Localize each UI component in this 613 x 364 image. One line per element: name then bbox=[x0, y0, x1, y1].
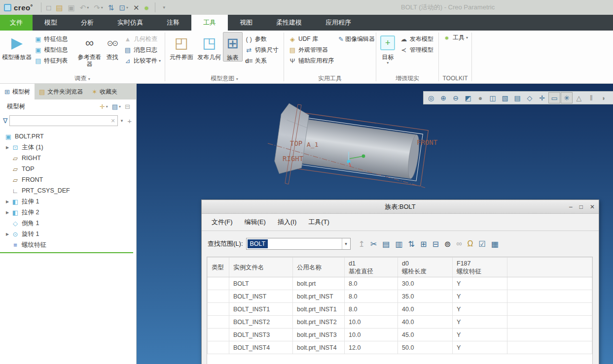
expander-icon[interactable]: ▶ bbox=[4, 199, 11, 204]
table-row-bolt-inst[interactable]: BOLT_INST bolt.prt_INST 8.0 35.0 Y bbox=[208, 290, 592, 303]
clip-button[interactable]: ◗ bbox=[598, 92, 610, 103]
udf-library-button[interactable]: ◈UDF 库 bbox=[286, 33, 336, 44]
group-label-investigate[interactable]: 调查 ▾ bbox=[0, 74, 165, 83]
new-file-button[interactable]: □ bbox=[44, 1, 53, 13]
annotation-display-button[interactable]: ▭ bbox=[548, 92, 560, 103]
preview-instance-button[interactable]: ∞ bbox=[456, 239, 462, 248]
tab-favorites[interactable]: ✶收藏夹 bbox=[87, 84, 122, 99]
undo-dropdown-icon[interactable]: ▾ bbox=[87, 5, 89, 10]
tree-item-right[interactable]: ▱RIGHT bbox=[0, 153, 136, 164]
windows-button[interactable]: ⊡▾ bbox=[117, 1, 130, 13]
publish-model-button[interactable]: ☁发布模型 bbox=[397, 33, 436, 44]
cell-instance-name[interactable]: BOLT_INST1 bbox=[229, 303, 293, 316]
tab-live-simulation[interactable]: 实时仿真 bbox=[106, 15, 155, 31]
cell-d0[interactable]: 45.0 bbox=[398, 329, 453, 341]
tree-item-thread-feature[interactable]: ≡螺纹特征 bbox=[0, 239, 136, 250]
tab-applications[interactable]: 应用程序 bbox=[314, 15, 363, 31]
open-generic-button[interactable]: ↥ bbox=[359, 239, 365, 249]
cell-instance-name[interactable]: BOLT_INST bbox=[229, 290, 293, 303]
parameters-button[interactable]: ( )参数 bbox=[243, 33, 282, 44]
feature-info-button[interactable]: ▣特征信息 bbox=[32, 33, 76, 44]
tree-item-chamfer-1[interactable]: ◇倒角 1 bbox=[0, 218, 136, 229]
simulate-button[interactable]: △ bbox=[573, 92, 585, 103]
tree-display-dropdown-icon[interactable]: ▾ bbox=[119, 104, 121, 109]
compare-parts-dropdown-icon[interactable]: ▾ bbox=[159, 59, 161, 63]
windows-dropdown-icon[interactable]: ▾ bbox=[126, 5, 128, 10]
cell-common-name[interactable]: bolt.prt_INST bbox=[293, 290, 345, 303]
tree-settings-button[interactable]: ✛▾ bbox=[98, 103, 110, 110]
cell-type[interactable] bbox=[208, 316, 229, 329]
dialog-maximize-button[interactable]: □ bbox=[579, 203, 583, 210]
pause-button[interactable]: ‖ bbox=[585, 92, 597, 103]
appearance-manager-button[interactable]: ▤外观管理器 bbox=[286, 44, 336, 55]
find-range-combo[interactable]: BOLT ▾ bbox=[246, 238, 351, 250]
spin-center-button[interactable]: ✳ bbox=[561, 92, 573, 103]
perspective-view-button[interactable]: ◇ bbox=[524, 92, 536, 103]
view-images-button[interactable]: ▤ bbox=[511, 92, 523, 103]
shading-style-button[interactable]: ● bbox=[474, 92, 486, 103]
cell-common-name[interactable]: bolt.prt_INST4 bbox=[293, 341, 345, 354]
model-info-button[interactable]: ▣模型信息 bbox=[32, 44, 76, 55]
tree-show-button[interactable]: ⊟ bbox=[123, 103, 132, 110]
tree-item-extrude-2[interactable]: ▶◧拉伸 2 bbox=[0, 207, 136, 218]
cut-button[interactable]: ✂ bbox=[370, 239, 377, 249]
filter-clear-icon[interactable]: ✕ bbox=[108, 118, 117, 124]
menu-edit[interactable]: 编辑(E) bbox=[239, 218, 272, 227]
auxiliary-applications-button[interactable]: Ψ辅助应用程序 bbox=[286, 55, 336, 66]
filter-dropdown-icon[interactable]: ▾ bbox=[120, 118, 124, 123]
repaint-button[interactable]: ◩ bbox=[462, 92, 474, 103]
compare-parts-button[interactable]: ⊿比较零件▾ bbox=[121, 55, 163, 66]
tab-tools[interactable]: 工具 bbox=[191, 15, 228, 31]
tree-settings-dropdown-icon[interactable]: ▾ bbox=[106, 104, 108, 109]
cell-type[interactable] bbox=[208, 341, 229, 354]
header-d1-diameter[interactable]: d1基准直径 bbox=[345, 258, 398, 277]
redo-button[interactable]: ↷▾ bbox=[92, 1, 105, 13]
cell-common-name[interactable]: bolt.prt_INST2 bbox=[293, 316, 345, 329]
target-button[interactable]: + 目标 ▾ bbox=[378, 32, 397, 65]
target-dropdown-icon[interactable]: ▾ bbox=[387, 61, 389, 65]
cell-d1[interactable]: 8.0 bbox=[345, 290, 398, 303]
header-type[interactable]: 类型 bbox=[208, 258, 229, 277]
table-row-bolt[interactable]: BOLT bolt.prt 8.0 30.0 Y bbox=[208, 277, 592, 290]
cell-common-name[interactable]: bolt.prt bbox=[293, 277, 345, 290]
cell-f187[interactable]: Y bbox=[453, 277, 507, 290]
front-datum-label[interactable]: FRONT bbox=[417, 138, 438, 146]
switch-dimensions-button[interactable]: ⇄切换尺寸 bbox=[243, 44, 282, 55]
expander-icon[interactable]: ▶ bbox=[4, 210, 11, 215]
header-d0-length[interactable]: d0螺栓长度 bbox=[398, 258, 453, 277]
refit-button[interactable]: ◎ bbox=[425, 92, 437, 103]
undo-button[interactable]: ↶▾ bbox=[78, 1, 91, 13]
table-row-bolt-inst4[interactable]: BOLT_INST4 bolt.prt_INST4 12.0 50.0 Y bbox=[208, 341, 592, 354]
header-common-name[interactable]: 公用名称 bbox=[293, 258, 345, 277]
cell-d1[interactable]: 10.0 bbox=[345, 316, 398, 329]
open-button[interactable]: ▤ bbox=[54, 1, 65, 13]
menu-insert[interactable]: 插入(I) bbox=[272, 218, 302, 227]
tree-filter-input[interactable] bbox=[10, 116, 108, 125]
cell-f187[interactable]: Y bbox=[453, 316, 507, 329]
cell-f187[interactable]: Y bbox=[453, 303, 507, 316]
cell-d0[interactable]: 40.0 bbox=[398, 316, 453, 329]
cell-common-name[interactable]: bolt.prt_INST1 bbox=[293, 303, 345, 316]
zoom-in-button[interactable]: ⊕ bbox=[437, 92, 449, 103]
feature-list-button[interactable]: ▤特征列表 bbox=[32, 55, 76, 66]
lock-instance-button[interactable]: Ω bbox=[468, 239, 473, 248]
relations-button[interactable]: d=关系 bbox=[243, 55, 282, 66]
tree-insert-indicator[interactable] bbox=[0, 252, 133, 253]
table-row-bolt-inst2[interactable]: BOLT_INST2 bolt.prt_INST2 10.0 40.0 Y bbox=[208, 316, 592, 329]
verify-instances-button[interactable]: ☑ bbox=[479, 239, 486, 249]
tab-view[interactable]: 视图 bbox=[228, 15, 264, 31]
tree-item-top[interactable]: ▱TOP bbox=[0, 164, 136, 174]
copy-increments-button[interactable]: ⊟ bbox=[432, 239, 438, 249]
customize-qat-button[interactable]: ▼ bbox=[159, 1, 168, 13]
tree-item-bolt-prt[interactable]: ▣BOLT.PRT bbox=[0, 131, 136, 142]
publish-geometry-button[interactable]: ◳ 发布几何 bbox=[196, 32, 223, 61]
save-button[interactable]: ▣ bbox=[66, 1, 76, 13]
model-player-button[interactable]: ▶ 模型播放器 bbox=[2, 32, 32, 61]
group-label-toolkit[interactable]: TOOLKIT bbox=[439, 74, 471, 83]
cell-f187[interactable]: Y bbox=[453, 329, 507, 341]
combo-dropdown-icon[interactable]: ▾ bbox=[342, 238, 350, 249]
tree-item-extrude-1[interactable]: ▶◧拉伸 1 bbox=[0, 196, 136, 207]
cell-instance-name[interactable]: BOLT_INST2 bbox=[229, 316, 293, 329]
tree-item-revolve-1[interactable]: ▶⊙旋转 1 bbox=[0, 229, 136, 239]
toolkit-tools-button[interactable]: ●工具▾ bbox=[440, 32, 470, 43]
